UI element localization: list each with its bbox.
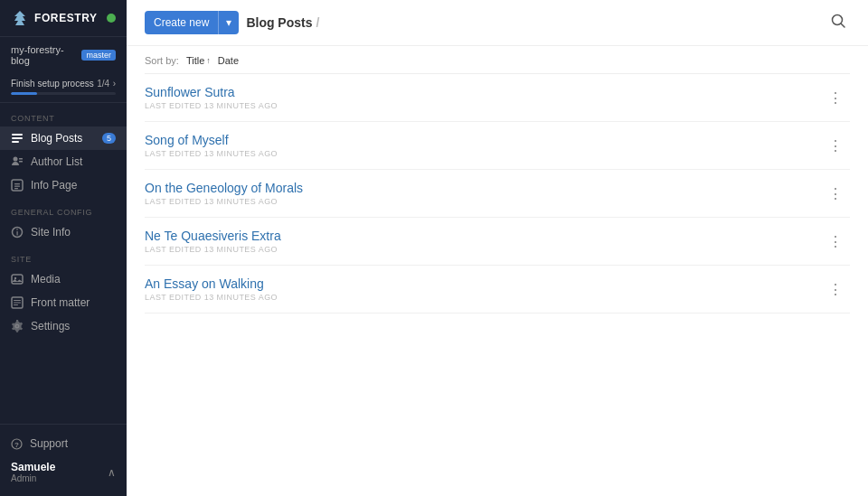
svg-point-14 [14, 277, 16, 279]
forestry-logo-icon [11, 9, 29, 27]
user-role: Admin [11, 473, 55, 483]
post-actions: ⋮ [821, 229, 850, 254]
sidebar-item-media[interactable]: Media [0, 267, 127, 291]
post-info: Ne Te Quaesiveris Extra LAST EDITED 13 M… [145, 229, 281, 254]
progress-bar [11, 92, 116, 95]
sidebar-item-settings-label: Settings [31, 320, 70, 332]
front-matter-icon [11, 296, 24, 309]
settings-icon [11, 320, 24, 332]
search-button[interactable] [826, 9, 850, 36]
sidebar-header: FORESTRY [0, 0, 127, 37]
svg-rect-18 [14, 304, 18, 305]
sort-by-label: Sort by: [145, 55, 179, 66]
info-page-icon [11, 179, 24, 192]
sidebar-item-blog-posts-label: Blog Posts [31, 132, 82, 145]
sidebar: FORESTRY my-forestry-blog master Finish … [0, 0, 127, 496]
post-more-button[interactable]: ⋮ [821, 229, 850, 254]
main-content: Create new ▾ Blog Posts / Sort by: Title… [127, 0, 868, 496]
setup-arrow-icon: › [113, 79, 116, 89]
post-row[interactable]: On the Geneology of Morals LAST EDITED 1… [145, 170, 850, 218]
sort-date-label: Date [218, 55, 239, 66]
post-more-button[interactable]: ⋮ [821, 277, 850, 302]
status-indicator [107, 14, 116, 23]
section-general-config-label: GENERAL CONFIG [0, 197, 127, 220]
support-item[interactable]: ? Support [0, 432, 127, 455]
setup-process[interactable]: Finish setup process 1/4 › [0, 73, 127, 103]
section-site-label: SITE [0, 244, 127, 267]
post-row[interactable]: Ne Te Quaesiveris Extra LAST EDITED 13 M… [145, 218, 850, 266]
section-content-label: CONTENT [0, 103, 127, 126]
user-item[interactable]: Samuele Admin ∧ [0, 455, 127, 489]
setup-label-text: Finish setup process [11, 79, 94, 89]
post-title: On the Geneology of Morals [145, 181, 303, 195]
sort-by-title[interactable]: Title ↑ [186, 55, 211, 66]
post-meta: LAST EDITED 13 MINUTES AGO [145, 293, 278, 302]
post-title: An Essay on Walking [145, 276, 278, 291]
post-meta: LAST EDITED 13 MINUTES AGO [145, 101, 278, 110]
post-more-button[interactable]: ⋮ [821, 134, 850, 158]
post-actions: ⋮ [821, 86, 850, 110]
sidebar-item-info-page-label: Info Page [31, 179, 77, 192]
svg-point-3 [14, 157, 18, 162]
support-icon: ? [11, 438, 23, 450]
svg-rect-5 [19, 161, 23, 163]
sidebar-item-front-matter-label: Front matter [31, 296, 90, 309]
sidebar-footer: ? Support Samuele Admin ∧ [0, 424, 127, 496]
topbar-left: Create new ▾ Blog Posts / [145, 11, 319, 34]
post-title: Ne Te Quaesiveris Extra [145, 229, 281, 243]
svg-rect-4 [19, 158, 23, 160]
post-info: Sunflower Sutra LAST EDITED 13 MINUTES A… [145, 85, 278, 110]
support-label: Support [30, 437, 68, 450]
sort-bar: Sort by: Title ↑ Date [145, 46, 850, 74]
blog-posts-icon [11, 132, 24, 145]
post-actions: ⋮ [821, 134, 850, 158]
post-meta: LAST EDITED 13 MINUTES AGO [145, 197, 303, 206]
sidebar-item-settings[interactable]: Settings [0, 314, 127, 338]
post-row[interactable]: An Essay on Walking LAST EDITED 13 MINUT… [145, 266, 850, 314]
media-icon [11, 273, 24, 285]
post-row[interactable]: Song of Myself LAST EDITED 13 MINUTES AG… [145, 122, 850, 170]
sidebar-item-site-info[interactable]: Site Info [0, 220, 127, 244]
post-info: Song of Myself LAST EDITED 13 MINUTES AG… [145, 133, 278, 158]
post-row[interactable]: Sunflower Sutra LAST EDITED 13 MINUTES A… [145, 74, 850, 122]
user-chevron-icon: ∧ [108, 466, 116, 479]
sidebar-item-info-page[interactable]: Info Page [0, 173, 127, 197]
svg-point-21 [833, 15, 843, 25]
sidebar-item-front-matter[interactable]: Front matter [0, 291, 127, 314]
post-more-button[interactable]: ⋮ [821, 182, 850, 206]
svg-rect-16 [14, 300, 21, 301]
post-actions: ⋮ [821, 182, 850, 206]
post-info: On the Geneology of Morals LAST EDITED 1… [145, 181, 303, 206]
svg-rect-11 [17, 231, 18, 236]
post-meta: LAST EDITED 13 MINUTES AGO [145, 149, 278, 158]
sidebar-item-blog-posts[interactable]: Blog Posts 5 [0, 126, 127, 150]
search-icon [830, 13, 846, 29]
post-meta: LAST EDITED 13 MINUTES AGO [145, 245, 281, 254]
author-list-icon [11, 155, 24, 168]
svg-rect-1 [12, 137, 23, 139]
content-area: Sort by: Title ↑ Date Sunflower Sutra LA… [127, 46, 868, 496]
section-content: CONTENT Blog Posts 5 Author List Info Pa… [0, 103, 127, 197]
sort-by-date[interactable]: Date [218, 55, 239, 66]
sort-title-arrow: ↑ [206, 56, 211, 65]
topbar: Create new ▾ Blog Posts / [127, 0, 868, 46]
svg-rect-0 [12, 134, 23, 136]
svg-rect-2 [12, 141, 19, 143]
branch-badge: master [81, 50, 116, 61]
sort-title-label: Title [186, 55, 204, 66]
sidebar-item-site-info-label: Site Info [31, 226, 71, 239]
breadcrumb-sep: / [316, 15, 320, 30]
section-general-config: GENERAL CONFIG Site Info [0, 197, 127, 244]
post-info: An Essay on Walking LAST EDITED 13 MINUT… [145, 276, 278, 302]
post-actions: ⋮ [821, 277, 850, 302]
sidebar-item-author-list-label: Author List [31, 155, 82, 168]
project-info[interactable]: my-forestry-blog master [0, 37, 127, 73]
sidebar-item-author-list[interactable]: Author List [0, 150, 127, 173]
create-new-dropdown-icon[interactable]: ▾ [218, 11, 239, 34]
svg-point-12 [16, 229, 18, 230]
create-new-button[interactable]: Create new ▾ [145, 11, 239, 34]
post-title: Sunflower Sutra [145, 85, 278, 99]
post-more-button[interactable]: ⋮ [821, 86, 850, 110]
create-new-label: Create new [145, 11, 218, 34]
svg-text:?: ? [14, 441, 19, 449]
